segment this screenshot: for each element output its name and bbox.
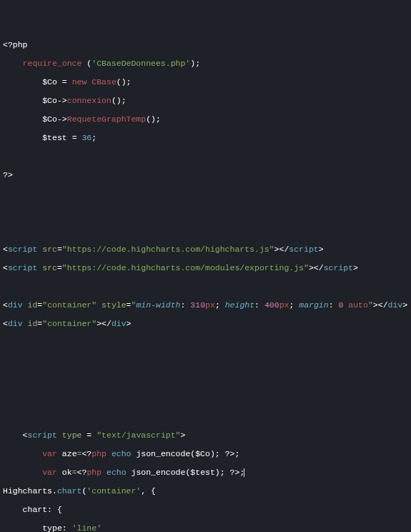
css-height: height: [225, 300, 254, 310]
gt: >: [127, 319, 132, 328]
css-margin: margin: [299, 300, 328, 310]
attr-src: src: [37, 245, 57, 254]
var-co: $Co: [42, 96, 57, 105]
php-open: <?: [81, 449, 91, 458]
code-line: [3, 207, 408, 217]
attr-id: id: [23, 319, 38, 328]
eq: =: [127, 300, 132, 310]
semi: ;: [289, 300, 299, 310]
code-line: <div id="container" style="min-width: 31…: [3, 300, 408, 310]
var-co: $Co: [42, 77, 57, 87]
css-num: 400: [264, 300, 279, 310]
php-open: <?: [77, 468, 87, 477]
tag-script: script: [324, 263, 353, 272]
code-line: Highcharts.chart('container', {: [3, 486, 408, 496]
semi: ;: [234, 449, 239, 458]
code-line: [3, 375, 408, 384]
eq: =: [57, 263, 62, 272]
code-line: type: 'line': [3, 523, 408, 532]
punct: ();: [112, 96, 127, 105]
punct: ();: [146, 114, 161, 124]
tag-div: div: [8, 319, 23, 328]
space: [101, 468, 107, 477]
code-line: <?php: [3, 40, 408, 49]
string-literal: 'line': [72, 523, 101, 532]
punct: );: [190, 59, 200, 68]
gt: >: [402, 300, 407, 310]
php-tag: php: [91, 449, 107, 458]
string-literal: 'CBaseDeDonnees.php': [91, 59, 190, 68]
string-literal: "https://code.highcharts.com/highcharts.…: [62, 245, 274, 254]
code-line: $Co->connexion();: [3, 96, 408, 105]
punct: ></: [373, 300, 388, 310]
gt: >: [353, 263, 358, 272]
punct: );: [215, 468, 230, 477]
css-minwidth: min-width: [136, 300, 180, 310]
attr-src: src: [37, 263, 57, 272]
lt: <: [3, 245, 8, 254]
var-ok: ok: [57, 468, 72, 477]
code-line: [3, 152, 408, 161]
code-line: [3, 393, 408, 403]
attr-id: id: [23, 300, 38, 310]
tag-script: script: [28, 430, 57, 440]
code-line: <script type = "text/javascript">: [3, 430, 408, 440]
var-aze: aze: [57, 449, 77, 458]
lt: <: [3, 300, 8, 310]
method-requete: RequeteGraphTemp: [67, 114, 146, 124]
text-cursor-icon: [244, 468, 244, 477]
code-line: <script src="https://code.highcharts.com…: [3, 263, 408, 272]
code-line: $test = 36;: [3, 133, 408, 142]
string-literal: "text/javascript": [96, 430, 180, 440]
punct: =: [57, 77, 72, 87]
php-close-tag: ?>: [3, 170, 13, 179]
var-co: $Co: [195, 449, 210, 458]
keyword-echo: echo: [107, 468, 127, 477]
attr-type: type: [57, 430, 82, 440]
tag-div: div: [112, 319, 127, 328]
colon: :: [181, 300, 191, 310]
gt: >: [181, 430, 186, 440]
code-line: $Co = new CBase();: [3, 77, 408, 87]
code-line: [3, 356, 408, 365]
string-literal: "container": [42, 319, 96, 328]
code-line: require_once ('CBaseDeDonnees.php');: [3, 59, 408, 68]
punct: ();: [117, 77, 132, 87]
string-literal: "container": [42, 300, 96, 310]
lt: <: [23, 430, 28, 440]
keyword-var: var: [42, 468, 57, 477]
tag-script: script: [8, 245, 37, 254]
css-unit: px: [205, 300, 215, 310]
code-line: [3, 189, 408, 198]
string-literal: 'container': [86, 486, 141, 496]
gt: >: [319, 245, 324, 254]
eq: =: [81, 430, 96, 440]
keyword-var: var: [42, 449, 57, 458]
tag-div: div: [388, 300, 403, 310]
colon: :: [329, 300, 339, 310]
tag-script: script: [8, 263, 37, 272]
css-auto: auto: [348, 300, 368, 310]
semi: ;: [215, 300, 225, 310]
punct: ></: [274, 245, 289, 254]
code-line: $Co->RequeteGraphTemp();: [3, 114, 408, 124]
code-line: ?>: [3, 170, 408, 179]
php-close: ?>: [230, 468, 240, 477]
css-num: 310: [190, 300, 205, 310]
var-test: $test: [190, 468, 215, 477]
number-literal: 36: [81, 133, 91, 142]
lt: <: [3, 319, 8, 328]
punct: (: [81, 59, 91, 68]
eq: =: [72, 468, 77, 477]
code-line: var ok=<?php echo json_encode($test); ?>…: [3, 468, 408, 477]
php-open-tag: <?php: [3, 40, 28, 49]
method-connexion: connexion: [67, 96, 112, 105]
php-close: ?>: [225, 449, 235, 458]
code-line: <div id="container"></div>: [3, 319, 408, 328]
punct: ;: [91, 133, 96, 142]
quote: ": [368, 300, 373, 310]
class-cbase: CBase: [91, 77, 117, 87]
func-json: json_encode(: [132, 449, 196, 458]
punct: ></: [96, 319, 112, 328]
method-chart: chart: [57, 486, 82, 496]
